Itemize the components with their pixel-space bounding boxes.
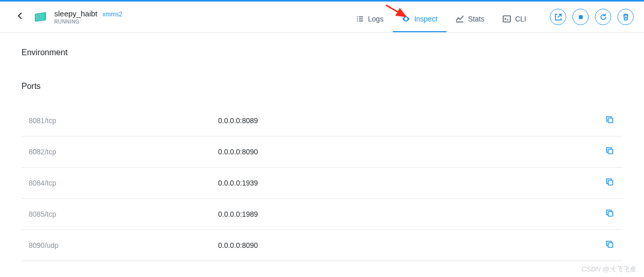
restart-icon	[599, 13, 607, 21]
port-proto: 8081/tcp	[29, 117, 218, 125]
open-browser-button[interactable]	[550, 9, 566, 25]
port-hostport: 0.0.0.0:1939	[218, 179, 604, 187]
port-row: 8084/tcp 0.0.0.0:1939	[22, 168, 622, 199]
delete-button[interactable]	[617, 9, 634, 25]
svg-rect-15	[578, 15, 583, 19]
port-row: 8081/tcp 0.0.0.0:8089	[22, 105, 622, 136]
container-name: sleepy_haibt	[54, 9, 97, 18]
stop-icon	[577, 13, 585, 21]
copy-icon	[605, 115, 614, 124]
copy-icon	[605, 177, 614, 187]
environment-title: Environment	[22, 48, 622, 57]
port-hostport: 0.0.0.0:8090	[218, 148, 604, 156]
container-icon	[34, 11, 48, 23]
svg-rect-19	[608, 149, 613, 154]
content-area: Environment Ports 8081/tcp 0.0.0.0:8089 …	[0, 33, 644, 276]
copy-button[interactable]	[604, 207, 615, 221]
tab-logs[interactable]: Logs	[347, 10, 393, 32]
tabs: Logs Inspect Stats CLI	[347, 10, 535, 25]
title-block: sleepy_haibt xmms2 RUNNING	[54, 9, 122, 25]
svg-rect-20	[608, 180, 613, 185]
chevron-left-icon	[17, 12, 23, 20]
action-buttons	[550, 9, 634, 25]
port-proto: 8084/tcp	[29, 179, 218, 187]
copy-button[interactable]	[604, 176, 615, 190]
copy-icon	[605, 146, 614, 155]
terminal-icon	[503, 15, 511, 23]
tab-cli[interactable]: CLI	[493, 10, 535, 32]
back-button[interactable]	[15, 10, 25, 24]
tab-label: Stats	[468, 15, 484, 23]
copy-icon	[605, 209, 614, 218]
svg-rect-18	[608, 118, 613, 123]
svg-rect-12	[503, 16, 510, 22]
port-proto: 8090/udp	[29, 241, 218, 249]
tab-label: Inspect	[414, 15, 437, 23]
ports-list: 8081/tcp 0.0.0.0:8089 8082/tcp 0.0.0.0:8…	[22, 105, 622, 261]
stop-button[interactable]	[572, 9, 589, 25]
tab-label: Logs	[368, 15, 383, 23]
logs-icon	[356, 15, 364, 23]
environment-section: Environment	[22, 48, 622, 57]
ports-section: Ports 8081/tcp 0.0.0.0:8089 8082/tcp 0.0…	[22, 82, 622, 261]
copy-icon	[605, 240, 614, 249]
watermark: CSDN @大飞飞鱼	[582, 265, 636, 274]
status-text: RUNNING	[54, 19, 122, 25]
port-hostport: 0.0.0.0:8089	[218, 117, 604, 125]
ports-title: Ports	[22, 82, 622, 91]
svg-rect-22	[608, 243, 613, 247]
port-row: 8090/udp 0.0.0.0:8090	[22, 230, 622, 261]
svg-line-14	[557, 14, 561, 17]
tab-stats[interactable]: Stats	[446, 10, 493, 32]
copy-button[interactable]	[604, 239, 615, 252]
port-hostport: 0.0.0.0:1989	[218, 210, 604, 218]
port-hostport: 0.0.0.0:8090	[218, 241, 604, 249]
copy-button[interactable]	[604, 145, 615, 158]
external-link-icon	[554, 13, 562, 21]
eye-icon	[402, 15, 410, 23]
restart-button[interactable]	[595, 9, 611, 25]
chart-icon	[456, 15, 464, 23]
port-row: 8085/tcp 0.0.0.0:1989	[22, 199, 622, 230]
port-proto: 8085/tcp	[29, 210, 218, 218]
tab-inspect[interactable]: Inspect	[393, 10, 446, 32]
svg-rect-0	[35, 12, 46, 22]
port-row: 8082/tcp 0.0.0.0:8090	[22, 136, 622, 168]
svg-point-11	[405, 18, 407, 19]
port-proto: 8082/tcp	[29, 148, 218, 156]
tab-label: CLI	[515, 15, 526, 23]
copy-button[interactable]	[604, 114, 615, 127]
header-bar: sleepy_haibt xmms2 RUNNING Logs Inspect …	[0, 2, 644, 33]
svg-rect-21	[608, 212, 613, 216]
trash-icon	[622, 13, 630, 21]
image-name-link[interactable]: xmms2	[102, 11, 122, 18]
